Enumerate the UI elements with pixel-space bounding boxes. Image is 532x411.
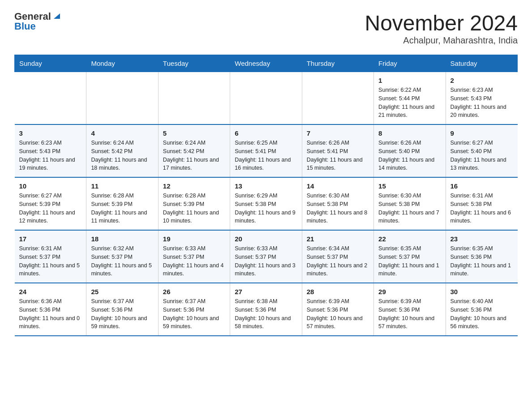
day-number: 5	[163, 129, 225, 137]
weekday-header-tuesday: Tuesday	[158, 55, 230, 72]
weekday-header-saturday: Saturday	[446, 55, 517, 72]
day-number: 24	[19, 288, 82, 295]
day-info: Sunrise: 6:23 AM Sunset: 5:43 PM Dayligh…	[450, 86, 513, 120]
calendar-cell: 15Sunrise: 6:30 AM Sunset: 5:38 PM Dayli…	[374, 177, 446, 230]
calendar-table: SundayMondayTuesdayWednesdayThursdayFrid…	[14, 55, 518, 336]
weekday-header-monday: Monday	[86, 55, 158, 72]
day-info: Sunrise: 6:30 AM Sunset: 5:38 PM Dayligh…	[378, 192, 441, 225]
calendar-cell	[302, 72, 373, 125]
calendar-cell: 4Sunrise: 6:24 AM Sunset: 5:42 PM Daylig…	[86, 124, 158, 177]
day-number: 28	[307, 288, 369, 295]
day-info: Sunrise: 6:26 AM Sunset: 5:41 PM Dayligh…	[307, 139, 369, 172]
calendar-cell: 14Sunrise: 6:30 AM Sunset: 5:38 PM Dayli…	[302, 177, 373, 230]
day-number: 11	[91, 182, 153, 190]
calendar-header-row: SundayMondayTuesdayWednesdayThursdayFrid…	[15, 55, 518, 72]
calendar-cell	[15, 72, 86, 125]
day-info: Sunrise: 6:28 AM Sunset: 5:39 PM Dayligh…	[91, 192, 153, 225]
weekday-header-friday: Friday	[374, 55, 446, 72]
day-info: Sunrise: 6:24 AM Sunset: 5:42 PM Dayligh…	[163, 139, 225, 172]
day-info: Sunrise: 6:27 AM Sunset: 5:39 PM Dayligh…	[19, 192, 82, 225]
week-row-5: 24Sunrise: 6:36 AM Sunset: 5:36 PM Dayli…	[15, 283, 518, 336]
day-number: 22	[378, 235, 441, 243]
day-info: Sunrise: 6:34 AM Sunset: 5:37 PM Dayligh…	[307, 244, 369, 278]
day-number: 29	[378, 288, 441, 295]
day-number: 4	[91, 129, 153, 137]
calendar-cell: 24Sunrise: 6:36 AM Sunset: 5:36 PM Dayli…	[15, 283, 86, 336]
day-number: 19	[163, 235, 225, 243]
day-info: Sunrise: 6:39 AM Sunset: 5:36 PM Dayligh…	[307, 297, 369, 331]
day-number: 12	[163, 182, 225, 190]
day-info: Sunrise: 6:35 AM Sunset: 5:36 PM Dayligh…	[450, 244, 513, 278]
day-info: Sunrise: 6:22 AM Sunset: 5:44 PM Dayligh…	[378, 86, 441, 120]
calendar-cell	[86, 72, 158, 125]
day-number: 6	[235, 129, 297, 137]
calendar-cell: 3Sunrise: 6:23 AM Sunset: 5:43 PM Daylig…	[15, 124, 86, 177]
week-row-4: 17Sunrise: 6:31 AM Sunset: 5:37 PM Dayli…	[15, 230, 518, 283]
logo-triangle-icon	[52, 11, 62, 21]
weekday-header-wednesday: Wednesday	[230, 55, 302, 72]
week-row-2: 3Sunrise: 6:23 AM Sunset: 5:43 PM Daylig…	[15, 124, 518, 177]
day-number: 16	[450, 182, 513, 190]
calendar-cell: 30Sunrise: 6:40 AM Sunset: 5:36 PM Dayli…	[446, 283, 517, 336]
day-number: 13	[235, 182, 297, 190]
day-number: 1	[378, 77, 441, 84]
calendar-cell: 20Sunrise: 6:33 AM Sunset: 5:37 PM Dayli…	[230, 230, 302, 283]
calendar-cell: 28Sunrise: 6:39 AM Sunset: 5:36 PM Dayli…	[302, 283, 373, 336]
calendar-cell: 12Sunrise: 6:28 AM Sunset: 5:39 PM Dayli…	[158, 177, 230, 230]
calendar-cell: 5Sunrise: 6:24 AM Sunset: 5:42 PM Daylig…	[158, 124, 230, 177]
day-info: Sunrise: 6:29 AM Sunset: 5:38 PM Dayligh…	[235, 192, 297, 225]
day-info: Sunrise: 6:31 AM Sunset: 5:38 PM Dayligh…	[450, 192, 513, 225]
calendar-cell: 9Sunrise: 6:27 AM Sunset: 5:40 PM Daylig…	[446, 124, 517, 177]
day-number: 3	[19, 129, 82, 137]
day-number: 26	[163, 288, 225, 295]
calendar-cell	[158, 72, 230, 125]
day-number: 2	[450, 77, 513, 84]
day-info: Sunrise: 6:23 AM Sunset: 5:43 PM Dayligh…	[19, 139, 82, 172]
calendar-cell: 2Sunrise: 6:23 AM Sunset: 5:43 PM Daylig…	[446, 72, 517, 125]
logo: General Blue	[14, 11, 62, 32]
day-info: Sunrise: 6:37 AM Sunset: 5:36 PM Dayligh…	[163, 297, 225, 331]
day-number: 17	[19, 235, 82, 243]
day-number: 18	[91, 235, 153, 243]
calendar-cell: 8Sunrise: 6:26 AM Sunset: 5:40 PM Daylig…	[374, 124, 446, 177]
calendar-cell: 11Sunrise: 6:28 AM Sunset: 5:39 PM Dayli…	[86, 177, 158, 230]
day-info: Sunrise: 6:38 AM Sunset: 5:36 PM Dayligh…	[235, 297, 297, 331]
calendar-cell: 27Sunrise: 6:38 AM Sunset: 5:36 PM Dayli…	[230, 283, 302, 336]
day-info: Sunrise: 6:31 AM Sunset: 5:37 PM Dayligh…	[19, 244, 82, 278]
day-info: Sunrise: 6:30 AM Sunset: 5:38 PM Dayligh…	[307, 192, 369, 225]
day-number: 7	[307, 129, 369, 137]
day-info: Sunrise: 6:27 AM Sunset: 5:40 PM Dayligh…	[450, 139, 513, 172]
week-row-1: 1Sunrise: 6:22 AM Sunset: 5:44 PM Daylig…	[15, 72, 518, 125]
month-title: November 2024	[365, 11, 518, 35]
day-info: Sunrise: 6:35 AM Sunset: 5:37 PM Dayligh…	[378, 244, 441, 278]
location: Achalpur, Maharashtra, India	[365, 35, 518, 46]
day-info: Sunrise: 6:39 AM Sunset: 5:36 PM Dayligh…	[378, 297, 441, 331]
calendar-cell: 18Sunrise: 6:32 AM Sunset: 5:37 PM Dayli…	[86, 230, 158, 283]
calendar-cell: 17Sunrise: 6:31 AM Sunset: 5:37 PM Dayli…	[15, 230, 86, 283]
calendar-cell: 6Sunrise: 6:25 AM Sunset: 5:41 PM Daylig…	[230, 124, 302, 177]
day-info: Sunrise: 6:37 AM Sunset: 5:36 PM Dayligh…	[91, 297, 153, 331]
calendar-cell: 23Sunrise: 6:35 AM Sunset: 5:36 PM Dayli…	[446, 230, 517, 283]
week-row-3: 10Sunrise: 6:27 AM Sunset: 5:39 PM Dayli…	[15, 177, 518, 230]
calendar-cell: 10Sunrise: 6:27 AM Sunset: 5:39 PM Dayli…	[15, 177, 86, 230]
day-info: Sunrise: 6:28 AM Sunset: 5:39 PM Dayligh…	[163, 192, 225, 225]
day-info: Sunrise: 6:40 AM Sunset: 5:36 PM Dayligh…	[450, 297, 513, 331]
day-number: 10	[19, 182, 82, 190]
calendar-cell: 13Sunrise: 6:29 AM Sunset: 5:38 PM Dayli…	[230, 177, 302, 230]
day-info: Sunrise: 6:25 AM Sunset: 5:41 PM Dayligh…	[235, 139, 297, 172]
day-info: Sunrise: 6:26 AM Sunset: 5:40 PM Dayligh…	[378, 139, 441, 172]
calendar-cell: 1Sunrise: 6:22 AM Sunset: 5:44 PM Daylig…	[374, 72, 446, 125]
calendar-cell: 7Sunrise: 6:26 AM Sunset: 5:41 PM Daylig…	[302, 124, 373, 177]
day-number: 20	[235, 235, 297, 243]
calendar-cell: 25Sunrise: 6:37 AM Sunset: 5:36 PM Dayli…	[86, 283, 158, 336]
title-area: November 2024 Achalpur, Maharashtra, Ind…	[365, 11, 518, 46]
calendar-cell: 29Sunrise: 6:39 AM Sunset: 5:36 PM Dayli…	[374, 283, 446, 336]
day-number: 8	[378, 129, 441, 137]
logo-blue: Blue	[14, 21, 36, 32]
svg-marker-0	[54, 13, 60, 19]
calendar-cell: 26Sunrise: 6:37 AM Sunset: 5:36 PM Dayli…	[158, 283, 230, 336]
calendar-cell: 21Sunrise: 6:34 AM Sunset: 5:37 PM Dayli…	[302, 230, 373, 283]
day-info: Sunrise: 6:24 AM Sunset: 5:42 PM Dayligh…	[91, 139, 153, 172]
day-number: 9	[450, 129, 513, 137]
calendar-cell: 19Sunrise: 6:33 AM Sunset: 5:37 PM Dayli…	[158, 230, 230, 283]
